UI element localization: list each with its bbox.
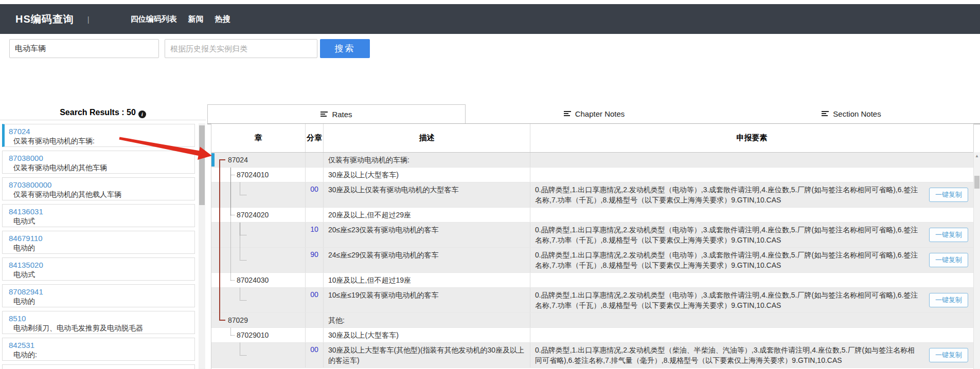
- tree-connector-icon: [240, 300, 246, 301]
- description-cell: 仅装有驱动电动机的车辆:: [324, 153, 530, 167]
- tree-connector-icon: [240, 260, 246, 261]
- top-navbar: HS编码查询 | 四位编码列表 新闻 热搜: [0, 4, 980, 34]
- table-scrollbar-thumb[interactable]: [974, 176, 979, 189]
- chapter-cell: 87024020: [211, 208, 306, 222]
- result-code-link[interactable]: 84135020: [9, 260, 190, 270]
- copy-button[interactable]: 一键复制: [929, 228, 968, 242]
- subchapter-code-link[interactable]: 00: [310, 290, 318, 312]
- result-item[interactable]: 87024仅装有驱动电动机的车辆:: [2, 124, 195, 147]
- tree-connector-icon: [230, 215, 235, 215]
- subchapter-cell: [306, 168, 324, 182]
- search-button[interactable]: 搜索: [320, 39, 370, 58]
- result-item[interactable]: 87082941电动的: [2, 284, 195, 307]
- table-row[interactable]: 0010≤座≤19仅装有驱动电动机的客车0.品牌类型,1.出口享惠情况,2.发动…: [211, 288, 973, 313]
- result-description: 仅装有驱动电动机的其他载人车辆: [13, 190, 190, 199]
- subchapter-code-link[interactable]: 10: [310, 225, 318, 247]
- sidebar-scrollbar-thumb[interactable]: [199, 125, 205, 205]
- tree-connector-icon: [230, 280, 235, 281]
- section-notes-tab-icon: [822, 111, 829, 117]
- table-row[interactable]: 0030座及以上仅装有驱动电动机的大型客车0.品牌类型,1.出口享惠情况,2.发…: [211, 182, 973, 208]
- declaration-elements-cell: 0.品牌类型,1.出口享惠情况,2.发动机类型（电动等）,3.成套散件请注明,4…: [530, 248, 973, 272]
- result-code-link[interactable]: 8510: [9, 313, 190, 323]
- result-description: 电动的: [13, 243, 190, 252]
- declaration-elements-cell: 0.品牌类型,1.出口享惠情况,2.发动机类型（电动等）,3.成套散件请注明,4…: [530, 182, 973, 207]
- copy-button[interactable]: 一键复制: [929, 348, 968, 362]
- result-item[interactable]: 84135020电动式: [2, 257, 195, 281]
- table-row[interactable]: 8702403010座及以上,但不超过19座: [211, 273, 973, 288]
- subchapter-cell: [306, 313, 324, 327]
- chapter-cell: 87029010: [211, 328, 306, 342]
- scroll-up-icon[interactable]: ▲: [974, 154, 980, 158]
- description-cell: 其他:: [324, 313, 530, 327]
- column-header-elements: 申报要素: [530, 124, 973, 152]
- results-list: 87024仅装有驱动电动机的车辆:87038000仅装有驱动电动机的其他车辆87…: [0, 120, 206, 369]
- result-item[interactable]: 842531电动的:: [2, 338, 195, 361]
- description-cell: 30座及以上(大型客车): [324, 328, 530, 342]
- chapter-cell: 87024: [211, 153, 306, 167]
- tab-section-notes[interactable]: Section Notes: [723, 104, 980, 123]
- result-code-link[interactable]: 87024: [9, 126, 190, 136]
- brand-divider: |: [87, 15, 90, 24]
- result-code-link[interactable]: 8703800000: [9, 180, 190, 190]
- copy-button[interactable]: 一键复制: [929, 293, 968, 307]
- result-description: 电动剃须刀、电动毛发推剪及电动脱毛器: [13, 323, 190, 333]
- description-cell: 24≤座≤29仅装有驱动电动机的客车: [324, 248, 530, 272]
- table-row[interactable]: 87024仅装有驱动电动机的车辆:: [211, 153, 973, 168]
- result-code-link[interactable]: 84136031: [9, 207, 190, 216]
- sidebar-scrollbar[interactable]: [199, 123, 205, 369]
- declaration-elements-text: 0.品牌类型,1.出口享惠情况,2.发动机类型（电动等）,3.成套散件请注明,4…: [535, 250, 921, 270]
- main-panel: Rates Chapter Notes Section Notes 章 分章 描…: [207, 104, 980, 369]
- info-icon[interactable]: i: [138, 110, 146, 118]
- subchapter-code-link[interactable]: 00: [310, 185, 318, 207]
- subchapter-code-link[interactable]: 90: [310, 250, 318, 272]
- results-title: Search Results : 50: [60, 108, 136, 117]
- result-code-link[interactable]: 87082941: [9, 287, 190, 297]
- result-description: 电动的: [13, 297, 190, 306]
- tab-label: Chapter Notes: [575, 109, 625, 118]
- table-row[interactable]: 8702402020座及以上,但不超过29座: [211, 208, 973, 223]
- subchapter-cell: 00: [306, 182, 324, 207]
- nav-item-hot-search[interactable]: 热搜: [215, 14, 230, 24]
- table-scrollbar[interactable]: ▲: [973, 152, 980, 369]
- copy-button[interactable]: 一键复制: [929, 188, 968, 202]
- column-header-chapter: 章: [211, 124, 306, 152]
- tree-connector-icon: [230, 175, 235, 175]
- result-item[interactable]: 8510电动剃须刀、电动毛发推剪及电动脱毛器: [2, 311, 195, 334]
- chapter-cell: [211, 248, 306, 272]
- result-code-link[interactable]: 84679110: [9, 233, 190, 243]
- nav-item-four-digit-list[interactable]: 四位编码列表: [131, 14, 177, 24]
- declaration-elements-cell: [530, 208, 973, 222]
- nav-item-news[interactable]: 新闻: [188, 14, 204, 24]
- result-code-link[interactable]: 87038000: [9, 153, 190, 163]
- declaration-elements-cell: 0.品牌类型,1.出口享惠情况,2.发动机类型（电动等）,3.成套散件请注明,4…: [530, 223, 973, 247]
- tree-connector-icon: [219, 159, 225, 160]
- result-item[interactable]: 87038000仅装有驱动电动机的其他车辆: [2, 151, 195, 174]
- result-item-partial: [2, 364, 195, 369]
- table-row[interactable]: 0030座及以上大型客车(其他型)(指装有其他发动机的30座及以上的客运车)0.…: [211, 343, 973, 368]
- description-cell: 20≤座≤23仅装有驱动电动机的客车: [324, 223, 530, 247]
- history-classify-input[interactable]: [165, 39, 317, 58]
- app-logo[interactable]: HS编码查询: [15, 12, 74, 26]
- declaration-elements-text: 0.品牌类型,1.出口享惠情况,2.发动机类型（电动等）,3.成套散件请注明,4…: [535, 225, 921, 245]
- copy-button[interactable]: 一键复制: [929, 253, 968, 267]
- result-code-link[interactable]: 842531: [9, 340, 190, 350]
- table-row[interactable]: 1020≤座≤23仅装有驱动电动机的客车0.品牌类型,1.出口享惠情况,2.发动…: [211, 223, 973, 248]
- table-row[interactable]: 87029其他:: [211, 313, 973, 328]
- result-item[interactable]: 84136031电动式: [2, 204, 195, 227]
- table-row[interactable]: 8702901030座及以上(大型客车): [211, 328, 973, 343]
- result-item[interactable]: 84679110电动的: [2, 231, 195, 254]
- keyword-search-input[interactable]: [9, 39, 159, 58]
- description-cell: 30座及以上大型客车(其他型)(指装有其他发动机的30座及以上的客运车): [324, 343, 530, 367]
- subchapter-code-link[interactable]: 00: [310, 345, 318, 367]
- declaration-elements-cell: [530, 153, 973, 167]
- column-header-subchapter: 分章: [306, 124, 324, 152]
- tab-rates[interactable]: Rates: [207, 104, 466, 123]
- table-row[interactable]: 8702401030座及以上(大型客车): [211, 168, 973, 182]
- result-description: 电动的:: [13, 350, 190, 359]
- tab-bar: Rates Chapter Notes Section Notes: [207, 104, 980, 124]
- table-row[interactable]: 9024≤座≤29仅装有驱动电动机的客车0.品牌类型,1.出口享惠情况,2.发动…: [211, 248, 973, 273]
- hs-code: 87024010: [237, 171, 269, 179]
- tab-chapter-notes[interactable]: Chapter Notes: [466, 104, 723, 123]
- result-item[interactable]: 8703800000仅装有驱动电动机的其他载人车辆: [2, 177, 195, 200]
- rates-tab-icon: [320, 112, 328, 117]
